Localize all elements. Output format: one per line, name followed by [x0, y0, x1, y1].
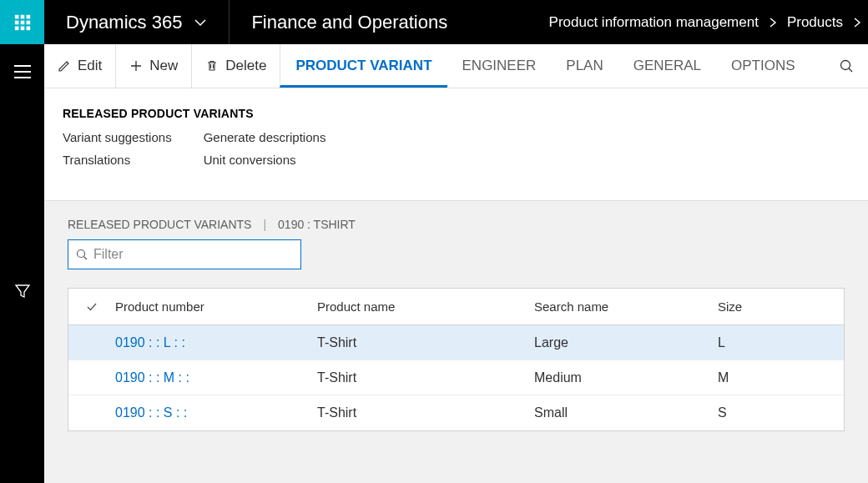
app-launcher-button[interactable]: [0, 0, 44, 44]
cell-search-name: Small: [534, 405, 718, 420]
check-icon: [85, 300, 98, 314]
col-size[interactable]: Size: [718, 299, 844, 314]
filter-pane-button[interactable]: [0, 269, 44, 313]
link-unit-conversions[interactable]: Unit conversions: [204, 153, 326, 167]
cell-product-name: T-Shirt: [317, 405, 534, 420]
chevron-down-icon: [194, 16, 207, 29]
cell-size: S: [718, 405, 844, 420]
grid-section: RELEASED PRODUCT VARIANTS | 0190 : TSHIR…: [44, 200, 868, 483]
tab-plan[interactable]: PLAN: [551, 44, 618, 88]
tab-general[interactable]: GENERAL: [618, 44, 716, 88]
svg-rect-0: [14, 14, 18, 18]
cell-product-name: T-Shirt: [317, 370, 534, 385]
tab-engineer[interactable]: ENGINEER: [447, 44, 552, 88]
cell-size: L: [718, 335, 844, 350]
search-icon: [75, 248, 88, 261]
brand-label: Dynamics 365: [66, 12, 182, 33]
cell-product-number[interactable]: 0190 : : M : :: [108, 370, 317, 385]
new-button[interactable]: New: [115, 44, 191, 88]
svg-rect-3: [14, 20, 18, 24]
action-pane: Edit New Delete PRODUCT VARIANT ENGINEER: [44, 44, 868, 88]
breadcrumb: Product information management Products: [549, 14, 868, 31]
brand-dropdown[interactable]: Dynamics 365: [44, 0, 230, 44]
pencil-icon: [58, 59, 71, 73]
cell-product-number[interactable]: 0190 : : L : :: [108, 335, 317, 350]
svg-rect-8: [26, 26, 30, 30]
svg-point-12: [840, 61, 850, 70]
hamburger-icon: [13, 64, 32, 79]
edit-button[interactable]: Edit: [44, 44, 115, 88]
svg-rect-5: [26, 20, 30, 24]
link-variant-suggestions[interactable]: Variant suggestions: [63, 130, 172, 144]
quick-filter[interactable]: [68, 239, 301, 269]
link-translations[interactable]: Translations: [63, 153, 172, 167]
funnel-icon: [14, 283, 31, 299]
cell-size: M: [718, 370, 844, 385]
search-icon: [839, 58, 854, 73]
top-header: Dynamics 365 Finance and Operations Prod…: [0, 0, 868, 44]
svg-point-14: [78, 250, 85, 258]
grid-caption-context: 0190 : TSHIRT: [278, 218, 356, 231]
grid-header-row: Product number Product name Search name …: [68, 289, 844, 325]
svg-rect-7: [20, 26, 24, 30]
svg-rect-2: [26, 14, 30, 18]
data-grid: Product number Product name Search name …: [68, 288, 845, 431]
chevron-right-icon: [769, 17, 777, 28]
table-row[interactable]: 0190 : : L : : T-Shirt Large L: [68, 325, 844, 360]
chevron-right-icon: [853, 17, 861, 28]
svg-rect-1: [20, 14, 24, 18]
delete-label: Delete: [225, 58, 266, 74]
cell-search-name: Large: [534, 335, 718, 350]
nav-expand-button[interactable]: [0, 49, 44, 93]
link-generate-descriptions[interactable]: Generate descriptions: [204, 130, 326, 144]
cell-product-number[interactable]: 0190 : : S : :: [108, 405, 317, 420]
grid-caption-title: RELEASED PRODUCT VARIANTS: [68, 218, 251, 231]
svg-rect-6: [14, 26, 18, 30]
trash-icon: [205, 59, 219, 73]
breadcrumb-item-pim[interactable]: Product information management: [549, 14, 759, 31]
delete-button[interactable]: Delete: [191, 44, 280, 88]
select-all-column[interactable]: [75, 300, 108, 314]
caption-divider: |: [263, 218, 266, 231]
action-search-button[interactable]: [824, 44, 868, 88]
tab-product-variant[interactable]: PRODUCT VARIANT: [280, 44, 447, 88]
new-label: New: [149, 58, 178, 74]
table-row[interactable]: 0190 : : M : : T-Shirt Medium M: [68, 360, 844, 395]
edit-label: Edit: [78, 58, 102, 74]
tab-group-panel: RELEASED PRODUCT VARIANTS Variant sugges…: [44, 88, 868, 200]
svg-rect-4: [20, 20, 24, 24]
plus-icon: [129, 59, 143, 73]
col-product-name[interactable]: Product name: [317, 299, 534, 314]
left-nav-rail: [0, 44, 44, 483]
table-row[interactable]: 0190 : : S : : T-Shirt Small S: [68, 395, 844, 430]
cell-search-name: Medium: [534, 370, 718, 385]
group-title: RELEASED PRODUCT VARIANTS: [63, 107, 850, 120]
tab-options[interactable]: OPTIONS: [716, 44, 810, 88]
svg-line-15: [84, 257, 88, 260]
cell-product-name: T-Shirt: [317, 335, 534, 350]
filter-input[interactable]: [93, 247, 294, 262]
waffle-icon: [13, 13, 32, 32]
breadcrumb-item-products[interactable]: Products: [787, 14, 843, 31]
col-product-number[interactable]: Product number: [108, 299, 317, 314]
module-title: Finance and Operations: [230, 0, 469, 44]
svg-line-13: [849, 68, 852, 72]
col-search-name[interactable]: Search name: [534, 299, 718, 314]
